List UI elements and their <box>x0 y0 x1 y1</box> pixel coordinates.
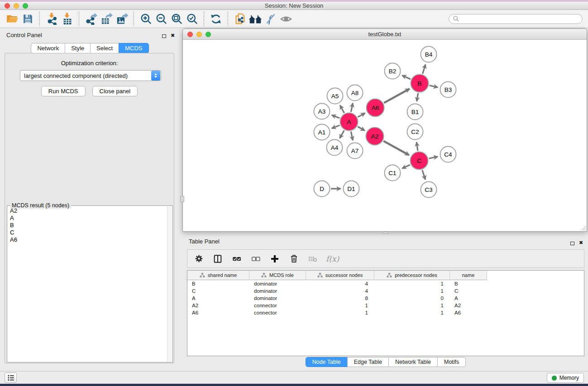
graph-node-D1[interactable]: D1 <box>344 181 359 197</box>
hide-graphics-details-button[interactable]: f <box>263 12 278 26</box>
tab-style[interactable]: Style <box>65 43 91 53</box>
delete-column-button[interactable] <box>288 253 300 265</box>
graph-node-B4[interactable]: B4 <box>421 47 437 62</box>
zoom-view-button[interactable] <box>206 32 211 37</box>
deselect-all-rows-button[interactable] <box>250 253 262 265</box>
tab-motifs[interactable]: Motifs <box>437 357 466 367</box>
graph-node-A2[interactable]: A2 <box>366 128 384 145</box>
graph-node-C[interactable]: C <box>411 152 428 170</box>
network-canvas[interactable]: B4B2BB3A8A5A6A3B1AA1C2A2A4A7C4CC1DD1C3 <box>183 40 587 231</box>
result-item[interactable]: C <box>8 229 167 236</box>
search-input[interactable] <box>461 16 578 22</box>
graph-node-C3[interactable]: C3 <box>421 182 437 198</box>
graph-node-A6[interactable]: A6 <box>367 99 384 117</box>
graph-node-B[interactable]: B <box>411 75 429 92</box>
graph-edge-B-B1[interactable] <box>417 93 418 101</box>
graph-node-A5[interactable]: A5 <box>327 88 343 104</box>
first-neighbors-button[interactable] <box>248 12 263 26</box>
refresh-button[interactable] <box>208 12 224 26</box>
open-file-button[interactable] <box>5 12 20 26</box>
zoom-selected-button[interactable] <box>184 12 200 26</box>
graph-node-A3[interactable]: A3 <box>314 104 330 119</box>
search-box[interactable] <box>449 14 583 24</box>
result-item[interactable]: A6 <box>8 236 167 243</box>
graph-node-A[interactable]: A <box>340 113 358 131</box>
result-item[interactable]: A2 <box>8 207 167 214</box>
float-panel-icon[interactable] <box>162 32 166 40</box>
tab-edge-table[interactable]: Edge Table <box>347 357 389 367</box>
column-header-shared-name[interactable]: shared name <box>187 271 249 280</box>
graph-edge-C-C3[interactable] <box>422 170 425 180</box>
show-view-button[interactable] <box>278 12 294 26</box>
zoom-fit-button[interactable] <box>169 12 184 26</box>
table-settings-button[interactable] <box>193 253 205 265</box>
graph-edge-A-A8[interactable] <box>351 103 353 112</box>
memory-button[interactable]: Memory <box>547 373 584 383</box>
close-window-button[interactable] <box>5 3 10 9</box>
column-header-MCDS-role[interactable]: MCDS role <box>249 271 306 280</box>
graph-edge-A-A1[interactable] <box>332 125 340 129</box>
close-panel-icon[interactable]: ✖ <box>579 241 583 245</box>
close-panel-button[interactable]: Close panel <box>92 86 138 96</box>
zoom-in-button[interactable] <box>138 12 153 26</box>
table-row[interactable]: Cdominator41C <box>187 287 584 295</box>
table-row[interactable]: A6connector11A6 <box>187 309 584 316</box>
table-row[interactable]: A2connector11A2 <box>187 302 584 309</box>
splitter-handle[interactable] <box>382 232 388 234</box>
tab-network[interactable]: Network <box>31 43 65 53</box>
function-builder-button[interactable]: f(x) <box>326 254 339 263</box>
export-table-button[interactable] <box>99 12 114 26</box>
splitter-handle[interactable] <box>180 196 184 202</box>
select-all-rows-button[interactable] <box>231 253 243 265</box>
column-header-predecessor-nodes[interactable]: predecessor nodes <box>374 271 450 280</box>
criterion-dropdown[interactable]: largest connected component (directed) <box>20 70 161 81</box>
float-panel-icon[interactable] <box>570 239 574 247</box>
table-row[interactable]: Bdominator41B <box>187 280 584 287</box>
minimize-view-button[interactable] <box>196 32 202 37</box>
delete-table-button[interactable] <box>307 253 319 265</box>
tab-node-table[interactable]: Node Table <box>306 357 348 367</box>
minimize-window-button[interactable] <box>14 3 19 9</box>
add-column-button[interactable] <box>269 253 281 265</box>
graph-node-A8[interactable]: A8 <box>347 85 363 101</box>
zoom-out-button[interactable] <box>153 12 169 26</box>
clone-network-button[interactable] <box>232 12 248 26</box>
graph-edge-A6-B[interactable] <box>384 89 409 103</box>
run-mcds-button[interactable]: Run MCDS <box>41 86 86 96</box>
graph-node-A7[interactable]: A7 <box>347 143 363 159</box>
graph-node-B3[interactable]: B3 <box>440 82 456 98</box>
save-session-button[interactable] <box>20 12 35 26</box>
graph-edge-A-A3[interactable] <box>332 115 340 118</box>
graph-edge-A-A7[interactable] <box>351 132 353 140</box>
graph-edge-A2-C[interactable] <box>383 141 409 155</box>
zoom-window-button[interactable] <box>23 3 28 9</box>
tab-network-table[interactable]: Network Table <box>388 357 438 367</box>
import-network-button[interactable] <box>44 12 59 26</box>
graph-edge-B-B4[interactable] <box>423 64 425 74</box>
tab-select[interactable]: Select <box>90 43 119 53</box>
graph-edge-C-C1[interactable] <box>402 165 410 168</box>
graph-edge-C-C2[interactable] <box>416 142 418 151</box>
graph-edge-A-A5[interactable] <box>340 105 344 113</box>
graph-edge-A-A6[interactable] <box>358 113 365 117</box>
result-item[interactable]: B <box>8 222 167 229</box>
network-window-titlebar[interactable]: testGlobe.txt <box>183 29 587 40</box>
task-history-button[interactable] <box>5 372 17 383</box>
export-network-button[interactable] <box>83 12 99 26</box>
show-columns-button[interactable] <box>212 253 224 265</box>
column-header-name[interactable]: name <box>450 271 487 280</box>
graph-edge-B-B2[interactable] <box>402 76 411 79</box>
graph-node-B1[interactable]: B1 <box>407 104 423 120</box>
tab-mcds[interactable]: MCDS <box>119 43 148 53</box>
graph-node-C4[interactable]: C4 <box>440 147 456 162</box>
graph-edge-B-B3[interactable] <box>429 86 438 87</box>
table-row[interactable]: Adominator80A <box>187 295 584 302</box>
graph-node-D[interactable]: D <box>314 181 330 197</box>
export-image-button[interactable] <box>114 12 129 26</box>
graph-edge-C-C4[interactable] <box>429 157 438 158</box>
resize-grip-icon[interactable] <box>580 225 586 231</box>
result-item[interactable]: A <box>8 214 167 222</box>
graph-node-B2[interactable]: B2 <box>385 63 401 79</box>
graph-node-A1[interactable]: A1 <box>314 124 330 140</box>
graph-edge-A-A4[interactable] <box>340 130 344 138</box>
